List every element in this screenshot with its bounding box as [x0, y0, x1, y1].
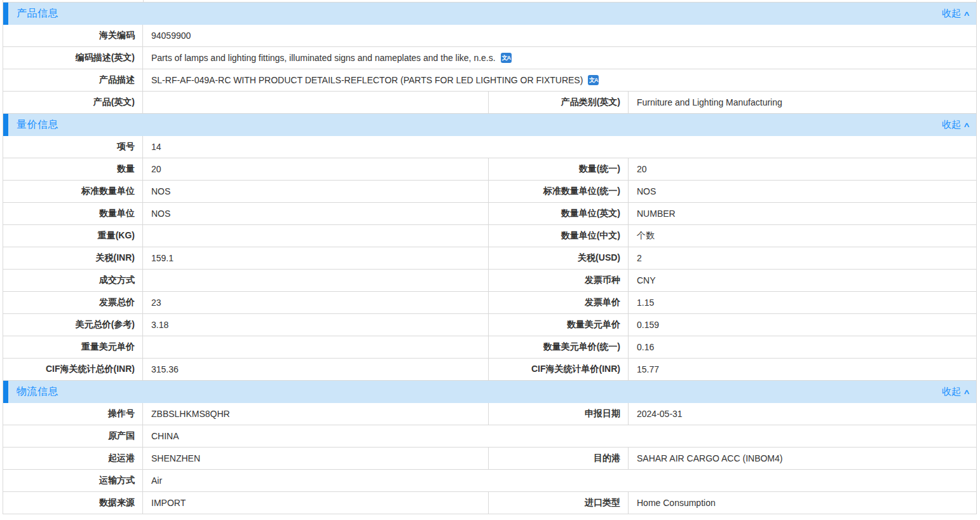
- table-row: 美元总价(参考)3.18数量美元单价0.159: [3, 314, 976, 336]
- field-value: Parts of lamps and lighting fittings, il…: [143, 47, 976, 69]
- table-row: 标准数量单位NOS标准数量单位(统一)NOS: [3, 181, 976, 203]
- field-value-text: Furniture and Lighting Manufacturing: [637, 97, 782, 107]
- field-value: NOS: [629, 181, 976, 202]
- sections-root: 产品信息收起∧海关编码94059900编码描述(英文)Parts of lamp…: [3, 3, 976, 514]
- field-value: 15.77: [629, 359, 976, 380]
- section-accent-bar: [3, 114, 8, 136]
- field-label: 美元总价(参考): [3, 314, 143, 336]
- field-value: [143, 336, 489, 358]
- field-value-text: 23: [151, 298, 161, 308]
- chevron-up-icon: ∧: [963, 388, 970, 396]
- collapse-button[interactable]: 收起∧: [942, 114, 969, 136]
- field-value-text: Air: [151, 476, 162, 486]
- field-value: [143, 270, 489, 291]
- field-label: 数量(统一): [489, 158, 629, 180]
- table-row: 项号14: [3, 136, 976, 158]
- field-value-text: IMPORT: [151, 498, 186, 508]
- collapse-button[interactable]: 收起∧: [942, 3, 969, 25]
- field-value-text: SAHAR AIR CARGO ACC (INBOM4): [637, 453, 782, 463]
- field-label: 关税(INR): [3, 247, 143, 269]
- table-row: 重量美元单价数量美元单价(统一)0.16: [3, 336, 976, 359]
- table-row: 海关编码94059900: [3, 25, 976, 47]
- field-label: 产品类别(英文): [489, 92, 629, 113]
- field-value-text: 159.1: [151, 253, 174, 263]
- field-label: 数量单位(中文): [489, 225, 629, 247]
- table-row: 数量20数量(统一)20: [3, 158, 976, 181]
- section-accent-bar: [3, 381, 8, 403]
- field-label: 关税(USD): [489, 247, 629, 269]
- field-value: 个数: [629, 225, 976, 247]
- field-value-text: 315.36: [151, 364, 179, 374]
- field-value: 2024-05-31: [629, 403, 976, 425]
- table-row: 原产国CHINA: [3, 425, 976, 448]
- table-row: 产品描述SL-RF-AF-049A-RC WITH PRODUCT DETAIL…: [3, 69, 976, 92]
- section-header-quantity-price-info: 量价信息收起∧: [3, 114, 976, 136]
- translate-icon[interactable]: 文A: [588, 75, 599, 85]
- table-row: 起运港SHENZHEN目的港SAHAR AIR CARGO ACC (INBOM…: [3, 448, 976, 470]
- table-row: CIF海关统计总价(INR)315.36CIF海关统计单价(INR)15.77: [3, 359, 976, 381]
- field-label: 项号: [3, 136, 143, 158]
- field-value-text: NOS: [151, 209, 170, 219]
- field-value: SHENZHEN: [143, 448, 489, 469]
- field-label: 原产国: [3, 425, 143, 447]
- field-value: 20: [143, 158, 489, 180]
- field-value: 94059900: [143, 25, 976, 46]
- field-value: 315.36: [143, 359, 489, 380]
- field-value: NOS: [143, 181, 489, 202]
- field-value: Home Consumption: [629, 492, 976, 514]
- field-label: 海关编码: [3, 25, 143, 46]
- field-value-text: 0.16: [637, 342, 654, 352]
- field-value-text: 94059900: [151, 31, 191, 41]
- field-value: CNY: [629, 270, 976, 291]
- table-row: 编码描述(英文)Parts of lamps and lighting fitt…: [3, 47, 976, 69]
- chevron-up-icon: ∧: [963, 121, 970, 129]
- collapse-label: 收起: [942, 386, 961, 398]
- field-label: 数据来源: [3, 492, 143, 514]
- field-label: 数量单位(英文): [489, 203, 629, 224]
- collapse-label: 收起: [942, 8, 961, 20]
- field-label: 标准数量单位: [3, 181, 143, 202]
- field-label: 标准数量单位(统一): [489, 181, 629, 202]
- section-title: 物流信息: [17, 385, 58, 399]
- translate-icon[interactable]: 文A: [501, 53, 512, 63]
- chevron-up-icon: ∧: [963, 10, 970, 18]
- field-value-text: SHENZHEN: [151, 453, 200, 463]
- field-value: 0.16: [629, 336, 976, 358]
- field-value: 0.159: [629, 314, 976, 336]
- table-row: 数量单位NOS数量单位(英文)NUMBER: [3, 203, 976, 225]
- field-label: 运输方式: [3, 470, 143, 491]
- field-label: 进口类型: [489, 492, 629, 514]
- field-label: CIF海关统计单价(INR): [489, 359, 629, 380]
- field-value: 3.18: [143, 314, 489, 336]
- section-header-logistics-info: 物流信息收起∧: [3, 381, 976, 403]
- field-value: Furniture and Lighting Manufacturing: [629, 92, 976, 113]
- field-value: 14: [143, 136, 976, 158]
- collapse-button[interactable]: 收起∧: [942, 381, 969, 403]
- field-label: 申报日期: [489, 403, 629, 425]
- table-row: 数据来源IMPORT进口类型Home Consumption: [3, 492, 976, 514]
- field-label: CIF海关统计总价(INR): [3, 359, 143, 380]
- field-label: 产品描述: [3, 69, 143, 91]
- field-value-text: 2024-05-31: [637, 409, 683, 419]
- field-value-text: 14: [151, 142, 161, 152]
- field-value-text: 20: [637, 164, 647, 174]
- field-value: 2: [629, 247, 976, 269]
- table-row: 运输方式Air: [3, 470, 976, 492]
- field-value-text: 1.15: [637, 298, 654, 308]
- field-label: 编码描述(英文): [3, 47, 143, 69]
- field-label: 数量美元单价: [489, 314, 629, 336]
- field-value-text: CHINA: [151, 431, 179, 441]
- field-value: Air: [143, 470, 976, 491]
- field-label: 成交方式: [3, 270, 143, 291]
- table-row: 发票总价23发票单价1.15: [3, 292, 976, 314]
- field-value: SAHAR AIR CARGO ACC (INBOM4): [629, 448, 976, 469]
- field-label: 数量: [3, 158, 143, 180]
- section-title: 量价信息: [17, 118, 58, 132]
- field-label: 起运港: [3, 448, 143, 469]
- field-value-text: CNY: [637, 275, 656, 285]
- field-value: [143, 92, 489, 113]
- field-value-text: 15.77: [637, 364, 659, 374]
- field-value: NUMBER: [629, 203, 976, 224]
- field-value-text: 2: [637, 253, 642, 263]
- field-label: 重量(KG): [3, 225, 143, 247]
